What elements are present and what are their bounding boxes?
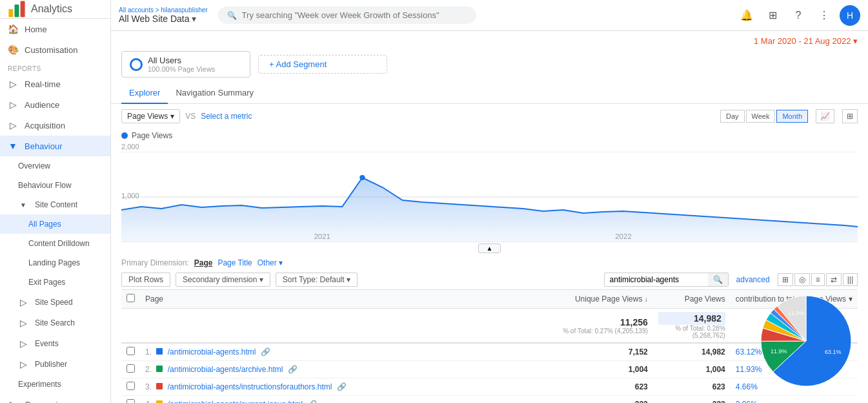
customisation-icon: 🎨 bbox=[8, 45, 18, 55]
segment-bar: All Users 100.00% Page Views + Add Segme… bbox=[111, 48, 868, 83]
row-unique-cell: 623 bbox=[543, 378, 653, 396]
sort-type-btn[interactable]: Sort Type: Default ▾ bbox=[276, 273, 358, 287]
dim-other-link[interactable]: Other ▾ bbox=[257, 258, 283, 267]
row-page-link[interactable]: /antimicrobial-agents.html bbox=[168, 347, 256, 356]
row-checkbox[interactable] bbox=[126, 347, 135, 355]
sidebar-item-behaviour-flow[interactable]: Behaviour Flow bbox=[0, 176, 110, 195]
sidebar-item-site-search[interactable]: ▷ Site Search bbox=[0, 313, 110, 333]
advanced-link[interactable]: advanced bbox=[736, 275, 770, 284]
sidebar-item-all-pages[interactable]: All Pages bbox=[0, 214, 110, 234]
sidebar-item-customisation[interactable]: 🎨 Customisation bbox=[0, 39, 110, 60]
primary-dimension-bar: Primary Dimension: Page Page Title Other… bbox=[121, 254, 858, 270]
sidebar-item-audience[interactable]: ▷ Audience bbox=[0, 94, 110, 115]
total-label-cell bbox=[140, 309, 543, 344]
sort-icon: ↓ bbox=[645, 296, 648, 303]
table-view-pie-btn[interactable]: ◎ bbox=[794, 273, 810, 286]
day-btn[interactable]: Day bbox=[720, 110, 745, 123]
plot-rows-btn[interactable]: Plot Rows bbox=[121, 273, 170, 287]
tab-explorer[interactable]: Explorer bbox=[121, 83, 168, 104]
row-page-cell: 3. /antimicrobial-agents/instructionsfor… bbox=[140, 378, 543, 396]
row-color-dot bbox=[156, 400, 163, 403]
th-page: Page bbox=[140, 290, 543, 309]
chart-y-max: 2,000 bbox=[121, 143, 858, 152]
month-btn[interactable]: Month bbox=[776, 110, 808, 123]
date-range-dropdown-icon[interactable]: ▾ bbox=[853, 36, 858, 46]
metric-select[interactable]: Page Views ▾ bbox=[121, 109, 180, 123]
row-pv-value: 1,004 bbox=[706, 365, 725, 374]
line-chart-btn[interactable]: 📈 bbox=[816, 109, 834, 123]
apps-grid-icon[interactable]: ⊞ bbox=[762, 5, 783, 26]
row-link-icon[interactable]: 🔗 bbox=[307, 400, 317, 403]
chart-collapse-btn[interactable]: ▲ bbox=[478, 243, 501, 253]
total-unique-cell: 11,256 % of Total: 0.27% (4,205,139) bbox=[543, 309, 653, 344]
sidebar-item-events[interactable]: ▷ Events bbox=[0, 333, 110, 354]
sidebar-item-publisher[interactable]: ▷ Publisher bbox=[0, 354, 110, 375]
sidebar-item-conversions[interactable]: ▷ Conversions bbox=[0, 394, 110, 403]
all-users-segment[interactable]: All Users 100.00% Page Views bbox=[121, 51, 250, 78]
select-all-checkbox[interactable] bbox=[126, 294, 135, 302]
sidebar-item-customisation-label: Customisation bbox=[25, 45, 77, 55]
sidebar-item-site-content-label: Site Content bbox=[35, 200, 77, 209]
row-page-link[interactable]: /antimicrobial-agents/instructionsforaut… bbox=[168, 382, 332, 391]
table-view-compare-btn[interactable]: ⇄ bbox=[826, 273, 842, 286]
week-btn[interactable]: Week bbox=[746, 110, 776, 123]
sidebar-item-behaviour[interactable]: ▼ Behaviour bbox=[0, 136, 110, 156]
sidebar-item-site-speed[interactable]: ▷ Site Speed bbox=[0, 292, 110, 313]
add-segment-btn[interactable]: + Add Segment bbox=[258, 55, 387, 74]
search-bar: 🔍 bbox=[218, 6, 476, 24]
table-search-box: 🔍 bbox=[604, 273, 729, 287]
sidebar: Analytics 🏠 Home 🎨 Customisation REPORTS… bbox=[0, 0, 111, 403]
row-link-icon[interactable]: 🔗 bbox=[337, 382, 347, 391]
tab-navigation-summary[interactable]: Navigation Summary bbox=[168, 83, 261, 104]
sidebar-item-overview[interactable]: Overview bbox=[0, 156, 110, 176]
sidebar-item-content-drilldown[interactable]: Content Drilldown bbox=[0, 234, 110, 253]
sidebar-item-experiments-label: Experiments bbox=[18, 380, 61, 389]
table-row: 2. /antimicrobial-agents/archive.html 🔗 … bbox=[121, 361, 858, 378]
row-checkbox-cell bbox=[121, 396, 140, 404]
sidebar-item-home[interactable]: 🏠 Home bbox=[0, 19, 110, 39]
row-checkbox[interactable] bbox=[126, 382, 135, 390]
row-checkbox[interactable] bbox=[126, 399, 135, 403]
date-range[interactable]: 1 Mar 2020 - 21 Aug 2022 ▾ bbox=[111, 31, 868, 48]
sidebar-item-exit-pages[interactable]: Exit Pages bbox=[0, 273, 110, 292]
sidebar-item-landing-pages[interactable]: Landing Pages bbox=[0, 253, 110, 273]
table-with-pie: Page Unique Page Views ↓ Page Views cont… bbox=[121, 289, 858, 403]
bar-chart-btn[interactable]: ⊞ bbox=[842, 109, 858, 123]
sidebar-item-experiments[interactable]: Experiments bbox=[0, 375, 110, 394]
more-options-icon[interactable]: ⋮ bbox=[814, 5, 834, 26]
table-search-btn[interactable]: 🔍 bbox=[708, 273, 728, 286]
avatar[interactable]: H bbox=[840, 5, 860, 26]
help-icon[interactable]: ? bbox=[788, 5, 809, 26]
table-row: 1. /antimicrobial-agents.html 🔗 7,152 14… bbox=[121, 343, 858, 361]
home-icon: 🏠 bbox=[8, 24, 18, 34]
chart-x-label-2021: 2021 bbox=[314, 232, 330, 240]
total-checkbox-cell bbox=[121, 309, 140, 344]
table-search-input[interactable] bbox=[605, 273, 708, 286]
row-link-icon[interactable]: 🔗 bbox=[288, 365, 298, 374]
row-page-link[interactable]: /antimicrobial-agents/archive.html bbox=[168, 365, 283, 374]
property-dropdown-icon[interactable]: ▾ bbox=[192, 14, 196, 24]
notifications-icon[interactable]: 🔔 bbox=[736, 5, 757, 26]
table-view-grid-btn[interactable]: ⊞ bbox=[778, 273, 793, 286]
secondary-dimension-btn[interactable]: Secondary dimension ▾ bbox=[176, 273, 270, 287]
row-pv-cell: 1,004 bbox=[653, 361, 731, 378]
dim-page-title-link[interactable]: Page Title bbox=[217, 258, 252, 267]
pie-label: 63.1% bbox=[825, 349, 842, 355]
table-view-list-btn[interactable]: ≡ bbox=[811, 273, 825, 286]
row-checkbox[interactable] bbox=[126, 364, 135, 373]
search-input[interactable] bbox=[242, 10, 467, 20]
select-metric-link[interactable]: Select a metric bbox=[201, 112, 252, 121]
segment-text: All Users 100.00% Page Views bbox=[148, 56, 215, 73]
th-unique-page-views[interactable]: Unique Page Views ↓ bbox=[543, 290, 653, 309]
table-body: 1. /antimicrobial-agents.html 🔗 7,152 14… bbox=[121, 343, 858, 403]
add-segment-label: + Add Segment bbox=[269, 59, 327, 69]
row-page-link[interactable]: /antimicrobial-agents/current-issue.html bbox=[168, 400, 303, 403]
dim-page-link[interactable]: Page bbox=[194, 258, 213, 267]
table-view-columns-btn[interactable]: ||| bbox=[843, 273, 858, 286]
sidebar-item-acquisition[interactable]: ▷ Acquisition bbox=[0, 115, 110, 136]
row-link-icon[interactable]: 🔗 bbox=[261, 347, 270, 356]
sidebar-item-site-content[interactable]: ▼ Site Content bbox=[0, 195, 110, 214]
sidebar-item-realtime[interactable]: ▷ Real-time bbox=[0, 74, 110, 94]
total-pv-sub: % of Total: 0.28% (5,268,762) bbox=[658, 325, 725, 339]
tab-bar: Explorer Navigation Summary bbox=[111, 83, 868, 104]
